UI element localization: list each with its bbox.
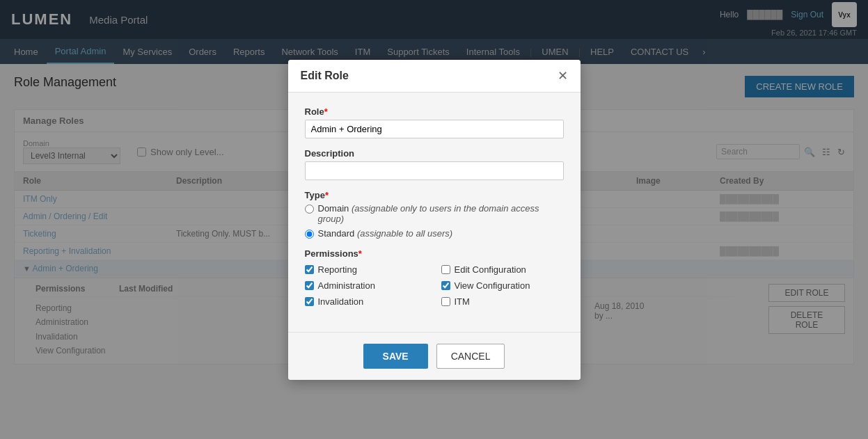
edit-role-modal: Edit Role ✕ Role* Description Type* (288, 60, 581, 376)
modal-header: Edit Role ✕ (288, 60, 581, 93)
perm-itm-checkbox[interactable] (441, 297, 450, 306)
perm-reporting: Reporting (305, 263, 427, 276)
role-required: * (324, 106, 328, 117)
radio-domain-input[interactable] (305, 205, 314, 214)
perm-view-config-checkbox[interactable] (441, 281, 450, 290)
perm-itm: ITM (441, 295, 564, 308)
perm-administration: Administration (305, 279, 427, 292)
type-required: * (325, 190, 329, 200)
description-label: Description (305, 148, 564, 159)
permissions-required: * (358, 248, 362, 259)
modal-overlay: Edit Role ✕ Role* Description Type* (0, 0, 868, 376)
type-field-group: Type* Domain (assignable only to users i… (305, 190, 564, 239)
radio-group: Domain (assignable only to users in the … (305, 203, 564, 239)
radio-standard: Standard (assignable to all users) (305, 228, 564, 239)
save-button[interactable]: SAVE (363, 344, 428, 369)
perm-reporting-label: Reporting (318, 264, 357, 275)
perm-view-config: View Configuration (441, 279, 564, 292)
radio-standard-sublabel: (assignable to all users) (357, 228, 452, 239)
cancel-button[interactable]: CANCEL (436, 344, 505, 369)
modal-body: Role* Description Type* Domain (288, 93, 581, 332)
perm-administration-checkbox[interactable] (305, 281, 314, 290)
perm-administration-label: Administration (318, 280, 375, 291)
radio-domain-sublabel: (assignable only to users in the domain … (318, 203, 539, 224)
permissions-field-group: Permissions* Reporting Edit Configuratio… (305, 248, 564, 308)
close-button[interactable]: ✕ (558, 70, 568, 82)
modal-title: Edit Role (301, 70, 349, 82)
description-field-group: Description (305, 148, 564, 180)
perm-view-config-label: View Configuration (455, 280, 530, 291)
description-input[interactable] (305, 161, 564, 180)
perm-invalidation-label: Invalidation (318, 296, 364, 307)
radio-domain: Domain (assignable only to users in the … (305, 203, 564, 224)
type-label: Type* (305, 190, 564, 200)
role-field-group: Role* (305, 106, 564, 138)
perm-invalidation: Invalidation (305, 295, 427, 308)
modal-footer: SAVE CANCEL (288, 332, 581, 376)
role-label: Role* (305, 106, 564, 117)
perm-reporting-checkbox[interactable] (305, 265, 314, 274)
radio-domain-label: Domain (assignable only to users in the … (318, 203, 564, 224)
permissions-grid: Reporting Edit Configuration Administrat… (305, 263, 564, 308)
perm-edit-config: Edit Configuration (441, 263, 564, 276)
radio-standard-input[interactable] (305, 230, 314, 239)
radio-standard-label: Standard (assignable to all users) (318, 228, 453, 239)
perm-edit-config-label: Edit Configuration (455, 264, 526, 275)
perm-itm-label: ITM (455, 296, 470, 307)
perm-invalidation-checkbox[interactable] (305, 297, 314, 306)
permissions-label: Permissions* (305, 248, 564, 259)
perm-edit-config-checkbox[interactable] (441, 265, 450, 274)
role-input[interactable] (305, 120, 564, 138)
